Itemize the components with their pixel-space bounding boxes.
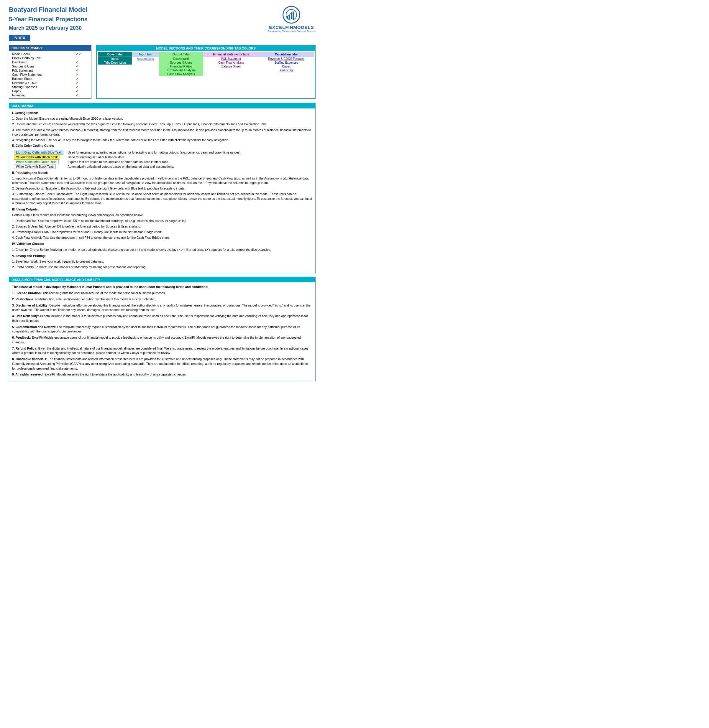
- logo-name: EXCELFINMODELS: [267, 25, 315, 30]
- table-row: Revenue & COGS ✓: [12, 81, 89, 85]
- disclaimer-label1: 1. License Duration:: [12, 291, 42, 295]
- date-range: March 2025 to February 2030: [9, 25, 88, 31]
- col-output-tabs: Output Tabs: [159, 52, 203, 57]
- tab-financial-ratios[interactable]: Financial Ratios: [159, 64, 203, 68]
- checks-body: Model Check ✓✓ Check Cells by Tab: Dashb…: [9, 51, 91, 98]
- table-row: White Cells with Black Text: Automatical…: [12, 164, 243, 169]
- tab-cashflow-analysis[interactable]: Cash Flow Analysis: [203, 61, 259, 64]
- page-header: Boatyard Financial Model 5-Year Financia…: [9, 6, 315, 35]
- checks-header: CHECKS SUMMARY: [9, 45, 91, 51]
- model-sections-table: Cover tabs Input tab Output Tabs Financi…: [98, 52, 314, 76]
- disclaimer-item5: 5. Customization and Review: The templat…: [12, 325, 312, 334]
- saving-item2: 2. Print-Friendly Formats: Use the model…: [12, 265, 312, 269]
- table-row: Cash Flow Statement ✓: [12, 73, 89, 77]
- check-status: ✓: [75, 85, 89, 89]
- tab-capex[interactable]: Capex: [259, 64, 314, 68]
- color-desc-1: Used for entering or adjusting assumptio…: [65, 150, 243, 155]
- disclaimer-intro-bold: This financial model is developed by Mah…: [12, 285, 208, 288]
- disclaimer-label8: 8. Illustrative financials: [12, 357, 46, 361]
- check-label: Balance Sheet: [12, 77, 75, 81]
- logo-tagline: Transforming Numbers into Financial Succ…: [267, 30, 315, 32]
- check-status: ✓✓: [75, 52, 89, 56]
- disclaimer-label7: 7. Refund Policy:: [12, 347, 37, 350]
- svg-rect-2: [289, 15, 290, 19]
- tab-sources-uses[interactable]: Sources & Uses: [159, 61, 203, 64]
- getting-started-item2: 2. Understand the Structure: Familiarize…: [12, 122, 312, 127]
- validation-item1: 1. Check for Errors: Before finalizing t…: [12, 248, 312, 252]
- check-label: Revenue & COGS: [12, 81, 75, 85]
- table-row: Tabs Description Sources & Uses Cash Flo…: [98, 61, 314, 64]
- tab-staffing[interactable]: Staffing Expenses: [259, 61, 314, 64]
- subtitle: 5-Year Financial Projections: [9, 16, 88, 23]
- logo-area: EXCELFINMODELS Transforming Numbers into…: [267, 6, 315, 32]
- color-desc-2: Used for entering actual or historical d…: [65, 155, 243, 159]
- tab-balance-sheet[interactable]: Balance Sheet: [203, 64, 259, 68]
- table-row: Model Check ✓✓: [12, 52, 89, 56]
- disclaimer-intro: This financial model is developed by Mah…: [12, 285, 312, 290]
- section1-title: I. Getting Started:: [12, 111, 312, 115]
- check-status: ✓: [75, 81, 89, 85]
- table-row: Index Assumptions Dashboard P&L Statemen…: [98, 57, 314, 61]
- tab-index[interactable]: Index: [98, 57, 132, 61]
- tab-dashboard[interactable]: Dashboard: [159, 57, 203, 61]
- check-label: Cash Flow Statement: [12, 73, 75, 77]
- check-label: Model Check: [12, 52, 75, 56]
- check-label: Dashboard: [12, 60, 75, 64]
- cell-yellow-black: Yellow Cells with Black Text:: [12, 155, 65, 159]
- tab-empty-7: [98, 72, 132, 76]
- table-row: Cash Flow Analysis: [98, 72, 314, 76]
- check-status: ✓: [75, 93, 89, 97]
- disclaimer-label4: 4. Data Reliability:: [12, 314, 39, 318]
- disclaimer-label5: 5. Customization and Review:: [12, 325, 56, 329]
- getting-started-item4: 4. Navigating the Model: Use cell A1 in …: [12, 138, 312, 142]
- saving-item1: 1. Save Your Work: Save your work freque…: [12, 259, 312, 264]
- disclaimer-box: DISCLAIMER: FINANCIAL MODEL USAGE AND LI…: [9, 277, 315, 381]
- col-financial-tabs: Financial statements tabs: [203, 52, 259, 57]
- color-desc-4: Automatically calculated outputs based o…: [65, 164, 243, 169]
- disclaimer-item1: 1. License Duration: This license grants…: [12, 291, 312, 296]
- table-row: Light Gray Cells with Blue Text Used for…: [12, 150, 243, 155]
- tab-tabs-description[interactable]: Tabs Description: [98, 61, 132, 64]
- tab-empty-6: [203, 68, 259, 72]
- disclaimer-item7: 7. Refund Policy: Given the digital and …: [12, 346, 312, 356]
- getting-started-item1: 1. Open the Model: Ensure you are using …: [12, 116, 312, 121]
- check-label: Staffing Expenses: [12, 85, 75, 89]
- cell-white-green: White Cells with Green Text: [12, 159, 65, 164]
- tab-empty-1: [132, 61, 159, 64]
- tab-empty-2: [98, 64, 132, 68]
- tab-financing[interactable]: Financing: [259, 68, 314, 72]
- table-row: Check Cells by Tab:: [12, 56, 89, 60]
- table-row: Financial Ratios Balance Sheet Capex: [98, 64, 314, 68]
- disclaimer-label9: 9. All rights reserved:: [12, 373, 44, 376]
- table-row: Staffing Expenses ✓: [12, 85, 89, 89]
- user-manual-header: USER MANUAL: [9, 103, 315, 108]
- col-input-tab: Input tab: [132, 52, 159, 57]
- table-row: White Cells with Green Text Figures that…: [12, 159, 243, 164]
- populating-item2: 2. Define Assumptions: Navigate to the A…: [12, 186, 312, 191]
- index-badge: INDEX: [9, 35, 30, 41]
- table-row: Sources & Uses ✓: [12, 64, 89, 68]
- tab-empty-4: [98, 68, 132, 72]
- tab-pl[interactable]: P&L Statement: [203, 57, 259, 61]
- disclaimer-item6: 6. Feedback: ExcelFinModels encourage us…: [12, 335, 312, 345]
- tab-empty-5: [132, 68, 159, 72]
- tab-assumptions[interactable]: Assumptions: [132, 57, 159, 61]
- populating-item3: 3. Customizing Balance Sheet Placeholder…: [12, 192, 312, 205]
- user-manual-body: I. Getting Started: 1. Open the Model: E…: [9, 108, 315, 273]
- table-row: Dashboard ✓: [12, 60, 89, 64]
- table-row: Profitability Analysis Financing: [98, 68, 314, 72]
- getting-started-item3: 3. The model includes a five-year foreca…: [12, 128, 312, 137]
- disclaimer-label2: 2. Restrictions:: [12, 297, 35, 301]
- tab-empty-10: [259, 72, 314, 76]
- svg-rect-1: [287, 16, 289, 19]
- cell-white-black: White Cells with Black Text:: [12, 164, 65, 169]
- col-cover-tabs: Cover tabs: [98, 52, 132, 57]
- tab-profitability[interactable]: Profitability Analysis: [159, 68, 203, 72]
- getting-started-item5: 5. Cells Color Coding Guide:: [12, 144, 312, 148]
- tab-cashflow-analysis-2[interactable]: Cash Flow Analysis: [159, 72, 203, 76]
- disclaimer-item3: 3. Disclaimer of Liability: Despite meti…: [12, 303, 312, 313]
- tab-revenue-cogs[interactable]: Revenue & COGS Forecast: [259, 57, 314, 61]
- check-status: ✓: [75, 77, 89, 81]
- color-coding-table: Light Gray Cells with Blue Text Used for…: [12, 150, 243, 169]
- logo-icon: [283, 6, 300, 23]
